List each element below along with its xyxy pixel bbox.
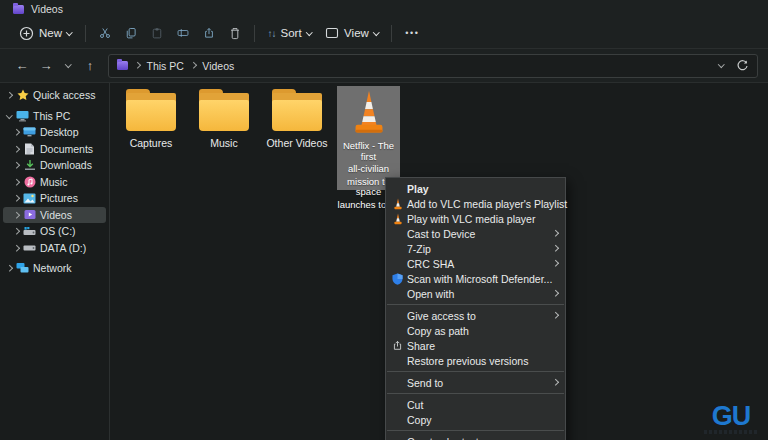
back-button[interactable]: ← [10, 58, 34, 73]
expand-chevron-icon[interactable] [10, 147, 22, 152]
videos-folder-icon [13, 5, 24, 14]
submenu-chevron-icon [552, 230, 558, 236]
drive-icon [22, 242, 37, 253]
menu-item-share[interactable]: Share [386, 338, 565, 353]
videos-icon [22, 209, 37, 220]
submenu-chevron-icon [552, 245, 558, 251]
menu-item-cut[interactable]: Cut [386, 397, 565, 412]
sidebar-item-data-d-drive[interactable]: DATA (D:) [3, 240, 106, 257]
new-button[interactable]: New [12, 21, 79, 45]
copy-button[interactable] [118, 21, 144, 45]
content-area: Quick access This PC Desktop [0, 83, 768, 440]
expand-chevron-icon[interactable] [10, 163, 22, 168]
menu-item-open-with[interactable]: Open with [386, 286, 565, 301]
command-toolbar: New [0, 18, 768, 49]
menu-item-play-with-vlc[interactable]: Play with VLC media player [386, 211, 565, 226]
new-button-label: New [39, 27, 62, 39]
view-button-label: View [344, 27, 369, 39]
menu-item-play[interactable]: Play [386, 181, 565, 196]
view-button[interactable]: View [318, 21, 385, 45]
plus-circle-icon [19, 26, 34, 41]
desktop-icon [22, 126, 37, 138]
rename-icon [177, 25, 189, 41]
expand-chevron-icon[interactable] [10, 213, 22, 218]
sidebar-item-videos[interactable]: Videos [3, 207, 106, 224]
network-icon [15, 262, 30, 274]
breadcrumb-this-pc[interactable]: This PC [147, 60, 184, 72]
sort-button[interactable]: ↑↓ Sort [261, 21, 319, 45]
view-grid-icon [325, 26, 339, 40]
share-button[interactable] [196, 21, 222, 45]
toolbar-separator [85, 25, 86, 42]
vlc-cone-icon [390, 198, 405, 210]
menu-item-scan-with-defender[interactable]: Scan with Microsoft Defender... [386, 271, 565, 286]
recent-locations-button[interactable] [58, 64, 78, 67]
folder-name: Other Videos [256, 137, 338, 149]
menu-item-send-to[interactable]: Send to [386, 375, 565, 390]
vlc-cone-icon [352, 89, 386, 135]
submenu-chevron-icon [552, 260, 558, 266]
selected-video-file[interactable]: Netflix - The first all-civilian mission… [337, 86, 400, 190]
expand-chevron-icon[interactable] [10, 130, 22, 135]
folder-tile-captures[interactable]: Captures [116, 89, 186, 149]
more-options-button[interactable]: ••• [398, 21, 426, 45]
chevron-down-icon [373, 29, 379, 35]
folder-tile-other-videos[interactable]: Other Videos [256, 89, 338, 149]
music-icon [22, 176, 37, 188]
address-dropdown-chevron-icon[interactable] [718, 61, 724, 67]
menu-item-give-access-to[interactable]: Give access to [386, 308, 565, 323]
expand-chevron-icon[interactable] [10, 246, 22, 251]
breadcrumb-videos[interactable]: Videos [202, 60, 234, 72]
expand-chevron-icon[interactable] [10, 180, 22, 185]
cut-button[interactable] [92, 21, 118, 45]
sidebar-item-network[interactable]: Network [3, 260, 106, 277]
computer-icon [15, 110, 30, 122]
breadcrumb-folder-icon [117, 61, 128, 70]
menu-item-add-to-vlc-playlist[interactable]: Add to VLC media player's Playlist [386, 196, 565, 211]
menu-item-copy-as-path[interactable]: Copy as path [386, 323, 565, 338]
folder-icon [125, 89, 177, 131]
refresh-icon[interactable] [736, 59, 749, 72]
sidebar-item-this-pc[interactable]: This PC [3, 108, 106, 125]
document-icon [22, 143, 37, 155]
breadcrumb-chevron-icon [190, 62, 196, 68]
sidebar-item-music[interactable]: Music [3, 174, 106, 191]
up-button[interactable]: ↑ [78, 58, 102, 73]
expand-chevron-icon[interactable] [10, 196, 22, 201]
watermark-logo: GU [704, 403, 758, 434]
collapse-chevron-icon[interactable] [3, 115, 15, 118]
sidebar-item-downloads[interactable]: Downloads [3, 157, 106, 174]
expand-chevron-icon[interactable] [3, 266, 15, 271]
sidebar-item-desktop[interactable]: Desktop [3, 124, 106, 141]
folder-tile-music[interactable]: Music [189, 89, 259, 149]
sidebar-item-os-c-drive[interactable]: OS (C:) [3, 223, 106, 240]
toolbar-separator [391, 25, 392, 42]
context-menu: Play Add to VLC media player's Playlist … [385, 177, 566, 440]
expand-chevron-icon[interactable] [3, 93, 15, 98]
delete-button[interactable] [222, 21, 248, 45]
submenu-chevron-icon [552, 379, 558, 385]
sidebar-item-documents[interactable]: Documents [3, 141, 106, 158]
menu-item-copy[interactable]: Copy [386, 412, 565, 427]
paste-button[interactable] [144, 21, 170, 45]
forward-button[interactable]: → [34, 58, 58, 73]
sidebar-item-pictures[interactable]: Pictures [3, 190, 106, 207]
breadcrumb-chevron-icon [134, 62, 140, 68]
chevron-down-icon [306, 29, 312, 35]
menu-item-7zip[interactable]: 7-Zip [386, 241, 565, 256]
expand-chevron-icon[interactable] [10, 229, 22, 234]
menu-item-create-shortcut[interactable]: Create shortcut [386, 434, 565, 440]
file-name-line: Netflix - The first [337, 141, 400, 162]
menu-separator [387, 430, 564, 431]
address-bar[interactable]: This PC Videos [108, 54, 758, 78]
sidebar-item-quick-access[interactable]: Quick access [3, 87, 106, 104]
rename-button[interactable] [170, 21, 196, 45]
menu-item-cast-to-device[interactable]: Cast to Device [386, 226, 565, 241]
menu-item-crc-sha[interactable]: CRC SHA [386, 256, 565, 271]
menu-item-restore-previous-versions[interactable]: Restore previous versions [386, 353, 565, 368]
menu-separator [387, 304, 564, 305]
navigation-pane: Quick access This PC Desktop [0, 83, 110, 440]
sort-button-label: Sort [281, 27, 302, 39]
vlc-cone-icon [390, 213, 405, 225]
toolbar-separator [254, 25, 255, 42]
